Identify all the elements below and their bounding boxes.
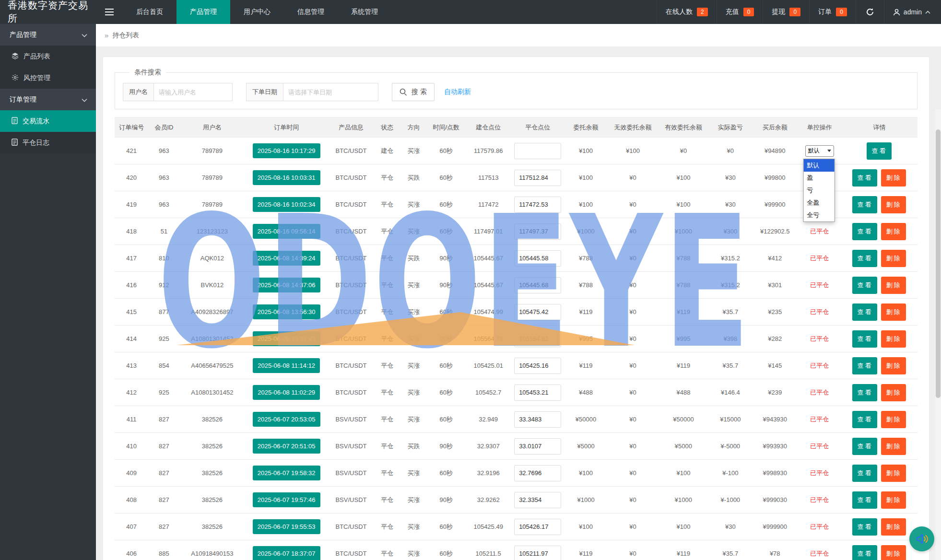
delete-button[interactable]: 删除 — [881, 491, 906, 509]
detail-cell: 查看删除 — [841, 487, 917, 513]
stat-提现[interactable]: 提现0 — [763, 0, 809, 24]
delete-button[interactable]: 删除 — [881, 223, 906, 240]
close-point-input[interactable] — [514, 519, 561, 535]
delete-button[interactable]: 删除 — [881, 250, 906, 267]
view-button[interactable]: 查看 — [852, 438, 877, 455]
order-time-badge[interactable]: 2025-06-08 14:39:24 — [253, 251, 320, 266]
search-button[interactable]: 搜 索 — [392, 83, 435, 101]
view-button[interactable]: 查看 — [852, 303, 877, 321]
scrollbar-thumb[interactable] — [936, 129, 941, 398]
nav-item-产品管理[interactable]: 产品管理 — [176, 0, 230, 24]
close-point-input[interactable] — [514, 223, 561, 240]
stat-订单[interactable]: 订单0 — [809, 0, 856, 24]
product-cell: BTC/USDT — [328, 218, 374, 245]
order-time-badge[interactable]: 2025-06-07 18:37:07 — [253, 546, 320, 560]
delete-button[interactable]: 删除 — [881, 438, 906, 455]
sidebar-item-风控管理[interactable]: 风控管理 — [0, 67, 96, 89]
view-button[interactable]: 查看 — [852, 196, 877, 213]
dropdown-option-全盈[interactable]: 全盈 — [803, 197, 834, 209]
order-time-badge[interactable]: 2025-06-08 11:02:29 — [253, 385, 320, 400]
sidebar-item-交易流水[interactable]: 交易流水 — [0, 110, 96, 132]
view-button[interactable]: 查看 — [852, 330, 877, 348]
stat-充值[interactable]: 充值0 — [717, 0, 763, 24]
close-point-input[interactable] — [514, 250, 561, 267]
delete-button[interactable]: 删除 — [881, 411, 906, 428]
order-time-badge[interactable]: 2025-08-16 09:56:14 — [253, 224, 320, 239]
view-button[interactable]: 查看 — [852, 465, 877, 482]
close-point-input[interactable] — [514, 465, 561, 481]
order-time-badge[interactable]: 2025-06-07 19:57:46 — [253, 492, 320, 507]
close-point-input[interactable] — [514, 304, 561, 320]
close-point-input[interactable] — [514, 385, 561, 401]
order-time-badge[interactable]: 2025-06-08 13:56:30 — [253, 304, 320, 319]
status-cell: 平仓 — [374, 326, 400, 352]
close-point-input[interactable] — [514, 438, 561, 455]
close-point-input[interactable] — [514, 143, 561, 159]
close-point-input[interactable] — [514, 411, 561, 428]
delete-button[interactable]: 删除 — [881, 465, 906, 482]
close-point-input[interactable] — [514, 197, 561, 213]
view-button[interactable]: 查看 — [852, 411, 877, 428]
stat-在线人数[interactable]: 在线人数2 — [657, 0, 717, 24]
order-time-badge[interactable]: 2025-08-16 10:02:34 — [253, 197, 320, 212]
vertical-scrollbar[interactable] — [935, 109, 941, 560]
nav-item-系统管理[interactable]: 系统管理 — [338, 0, 391, 24]
delete-button[interactable]: 删除 — [881, 303, 906, 321]
close-point-input[interactable] — [514, 170, 561, 186]
view-button[interactable]: 查看 — [852, 250, 877, 267]
sidebar-item-产品列表[interactable]: 产品列表 — [0, 46, 96, 67]
sound-toggle-button[interactable] — [909, 526, 934, 551]
order-time-badge[interactable]: 2025-08-16 10:03:31 — [253, 170, 320, 185]
order-time-badge[interactable]: 2025-06-08 11:14:12 — [253, 358, 320, 373]
order-time-badge[interactable]: 2025-06-07 19:55:53 — [253, 519, 320, 534]
nav-item-信息管理[interactable]: 信息管理 — [284, 0, 338, 24]
dropdown-option-全亏[interactable]: 全亏 — [803, 209, 834, 222]
sidebar-item-平仓日志[interactable]: 平仓日志 — [0, 132, 96, 153]
view-button[interactable]: 查看 — [852, 545, 877, 560]
sidebar-group-产品管理[interactable]: 产品管理 — [0, 24, 96, 46]
delete-button[interactable]: 删除 — [881, 196, 906, 213]
close-point-input[interactable] — [514, 546, 561, 560]
delete-button[interactable]: 删除 — [881, 169, 906, 187]
order-time-badge[interactable]: 2025-06-07 20:51:05 — [253, 439, 320, 454]
delete-button[interactable]: 删除 — [881, 518, 906, 536]
hamburger-menu-icon[interactable] — [96, 0, 123, 24]
dropdown-option-盈[interactable]: 盈 — [803, 172, 834, 184]
delete-button[interactable]: 删除 — [881, 357, 906, 374]
invalid-entrust-cell: ¥0 — [608, 487, 658, 513]
order-time-badge[interactable]: 2025-08-16 10:17:29 — [253, 143, 320, 158]
view-button[interactable]: 查看 — [852, 169, 877, 187]
control-select[interactable]: 默认 — [805, 145, 834, 157]
auto-refresh-link[interactable]: 自动刷新 — [444, 88, 471, 96]
view-button[interactable]: 查看 — [852, 357, 877, 374]
username-cell: 789789 — [180, 191, 245, 218]
view-button[interactable]: 查看 — [852, 384, 877, 401]
profit-cell: ¥315.2 — [709, 272, 752, 299]
delete-button[interactable]: 删除 — [881, 330, 906, 348]
close-point-input[interactable] — [514, 277, 561, 293]
view-button[interactable]: 查看 — [852, 223, 877, 240]
admin-menu[interactable]: admin — [884, 0, 941, 24]
dropdown-option-亏[interactable]: 亏 — [803, 184, 834, 197]
order-time-badge[interactable]: 2025-06-08 14:37:06 — [253, 278, 320, 292]
close-point-input[interactable] — [514, 358, 561, 374]
delete-button[interactable]: 删除 — [881, 545, 906, 560]
order-time-badge[interactable]: 2025-06-08 13:32:43 — [253, 331, 320, 346]
delete-button[interactable]: 删除 — [881, 277, 906, 294]
sidebar-group-订单管理[interactable]: 订单管理 — [0, 89, 96, 110]
delete-button[interactable]: 删除 — [881, 384, 906, 401]
nav-item-用户中心[interactable]: 用户中心 — [230, 0, 284, 24]
order-time-badge[interactable]: 2025-06-07 20:53:05 — [253, 412, 320, 427]
order-time-badge[interactable]: 2025-06-07 19:58:32 — [253, 466, 320, 480]
view-button[interactable]: 查看 — [867, 142, 892, 160]
close-point-input[interactable] — [514, 492, 561, 508]
view-button[interactable]: 查看 — [852, 518, 877, 536]
nav-item-后台首页[interactable]: 后台首页 — [123, 0, 176, 24]
close-point-input[interactable] — [514, 331, 561, 347]
dropdown-option-默认[interactable]: 默认 — [803, 159, 834, 172]
refresh-icon[interactable] — [856, 0, 884, 24]
view-button[interactable]: 查看 — [852, 491, 877, 509]
order-date-input[interactable] — [283, 83, 378, 101]
username-input[interactable] — [154, 83, 233, 101]
view-button[interactable]: 查看 — [852, 277, 877, 294]
